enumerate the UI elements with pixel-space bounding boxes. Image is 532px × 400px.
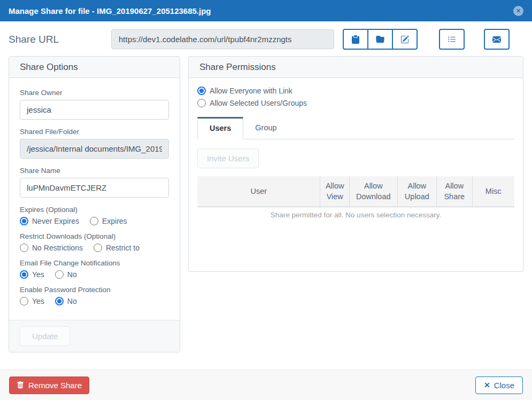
allow-everyone-radio[interactable] xyxy=(197,87,206,95)
share-owner-field: Share Owner xyxy=(20,89,169,120)
expires-radio[interactable] xyxy=(90,217,98,225)
restrict-to-option[interactable]: Restrict to xyxy=(94,244,140,252)
invite-users-button[interactable]: Invite Users xyxy=(197,148,259,168)
tab-users[interactable]: Users xyxy=(197,117,243,139)
share-permissions-header: Share Permissions xyxy=(189,57,523,78)
share-options-footer: Update xyxy=(9,320,180,352)
never-expires-radio[interactable] xyxy=(20,217,28,225)
password-protection-group: Enable Password Protection Yes No xyxy=(20,286,169,305)
close-icon[interactable]: ✕ xyxy=(513,6,523,16)
expires-label: Expires (Optional) xyxy=(20,206,169,214)
email-notifications-yes-radio[interactable] xyxy=(20,270,28,279)
main-content: Share Options Share Owner Shared File/Fo… xyxy=(0,56,532,352)
no-restrictions-radio[interactable] xyxy=(20,244,28,252)
password-protection-yes-radio[interactable] xyxy=(20,297,28,305)
edit-icon xyxy=(400,35,409,44)
no-restrictions-option[interactable]: No Restrictions xyxy=(20,244,83,252)
restrict-downloads-group: Restrict Downloads (Optional) No Restric… xyxy=(20,232,169,252)
column-header-allow-share: Allow Share xyxy=(436,176,472,207)
shared-file-label: Shared File/Folder xyxy=(20,128,169,136)
folder-open-icon xyxy=(376,35,384,44)
share-owner-label: Share Owner xyxy=(20,89,169,97)
tab-group[interactable]: Group xyxy=(243,117,288,139)
url-action-group xyxy=(343,29,418,50)
share-permissions-body: Allow Everyone with Link Allow Selected … xyxy=(189,78,523,271)
remove-share-button[interactable]: Remove Share xyxy=(9,377,89,394)
share-options-card: Share Options Share Owner Shared File/Fo… xyxy=(9,56,180,352)
email-notifications-no-option[interactable]: No xyxy=(55,270,77,279)
email-notifications-yes-option[interactable]: Yes xyxy=(20,270,44,279)
permissions-tabs: Users Group xyxy=(197,117,514,139)
access-options: Allow Everyone with Link Allow Selected … xyxy=(197,87,514,107)
copy-url-button[interactable] xyxy=(343,29,368,50)
shared-file-input[interactable] xyxy=(20,139,169,159)
email-share-button[interactable] xyxy=(484,29,510,50)
modal-title: Manage Share for file - IMG_20190627_205… xyxy=(9,6,211,15)
never-expires-option[interactable]: Never Expires xyxy=(20,217,79,225)
permissions-empty-message: Share permitted for all. No users select… xyxy=(197,207,514,223)
modal-titlebar: Manage Share for file - IMG_20190627_205… xyxy=(0,0,532,21)
share-name-label: Share Name xyxy=(20,167,169,175)
column-header-user: User xyxy=(197,176,320,207)
restrict-downloads-label: Restrict Downloads (Optional) xyxy=(20,232,169,240)
column-header-allow-upload: Allow Upload xyxy=(397,176,437,207)
expires-option[interactable]: Expires xyxy=(90,217,127,225)
open-folder-button[interactable] xyxy=(367,29,393,50)
allow-selected-radio[interactable] xyxy=(197,99,206,107)
share-url-row: Share URL xyxy=(0,21,532,56)
share-name-input[interactable] xyxy=(20,178,169,198)
email-notifications-group: Email File Change Notifications Yes No xyxy=(20,259,169,279)
column-header-allow-view: Allow View xyxy=(320,176,349,207)
share-options-body: Share Owner Shared File/Folder Share Nam… xyxy=(9,78,180,320)
close-button[interactable]: ✕ Close xyxy=(475,377,523,394)
share-options-header: Share Options xyxy=(9,57,180,78)
permissions-table-header: User Allow View Allow Download Allow Upl… xyxy=(197,176,514,207)
share-url-input[interactable] xyxy=(111,29,334,49)
share-permissions-card: Share Permissions Allow Everyone with Li… xyxy=(188,56,523,272)
password-protection-no-option[interactable]: No xyxy=(55,297,77,305)
password-protection-yes-option[interactable]: Yes xyxy=(20,297,44,305)
shared-file-field: Shared File/Folder xyxy=(20,128,169,159)
allow-everyone-option[interactable]: Allow Everyone with Link xyxy=(197,87,292,95)
password-protection-label: Enable Password Protection xyxy=(20,286,169,294)
permissions-table: User Allow View Allow Download Allow Upl… xyxy=(197,176,514,223)
update-button[interactable]: Update xyxy=(20,326,70,346)
share-name-field: Share Name xyxy=(20,167,169,198)
expires-group: Expires (Optional) Never Expires Expires xyxy=(20,206,169,225)
email-notifications-label: Email File Change Notifications xyxy=(20,259,169,267)
email-notifications-no-radio[interactable] xyxy=(55,270,64,279)
allow-selected-option[interactable]: Allow Selected Users/Groups xyxy=(197,99,307,107)
clipboard-icon xyxy=(351,35,360,44)
restrict-to-radio[interactable] xyxy=(94,244,102,252)
modal-footer: Remove Share ✕ Close xyxy=(0,370,532,400)
share-url-label: Share URL xyxy=(9,34,111,45)
column-header-misc: Misc xyxy=(472,176,514,207)
x-icon: ✕ xyxy=(484,381,490,389)
list-icon xyxy=(448,35,456,44)
edit-share-button[interactable] xyxy=(392,29,418,50)
share-activity-button[interactable] xyxy=(439,29,465,50)
envelope-icon xyxy=(492,35,501,44)
trash-icon xyxy=(17,381,24,389)
share-owner-input[interactable] xyxy=(20,100,169,120)
column-header-allow-download: Allow Download xyxy=(349,176,397,207)
password-protection-no-radio[interactable] xyxy=(55,297,64,305)
